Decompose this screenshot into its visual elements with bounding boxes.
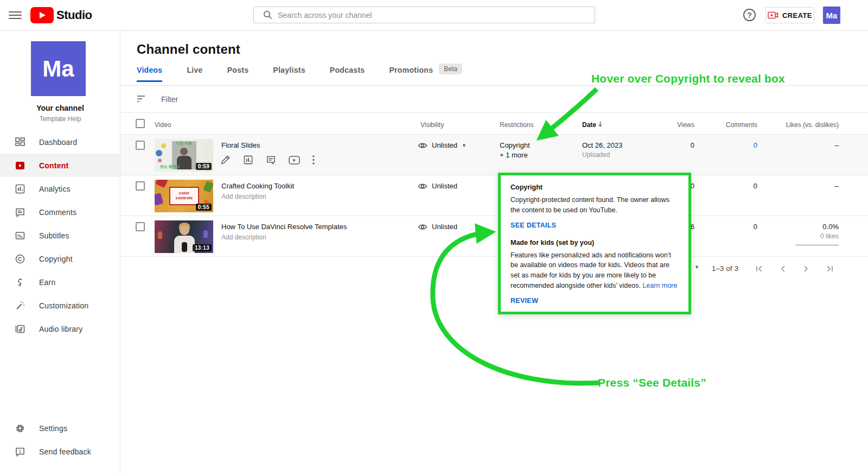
more-options-icon[interactable]: [312, 155, 315, 165]
col-date-sort[interactable]: Date: [582, 121, 603, 129]
sidebar-item-copyright[interactable]: Copyright: [0, 247, 120, 270]
filter-bar[interactable]: Filter: [120, 86, 868, 113]
unlisted-eye-icon: [418, 223, 427, 231]
learn-more-link[interactable]: Learn more: [642, 282, 677, 289]
last-page-button[interactable]: [823, 262, 836, 275]
tab-playlists[interactable]: Playlists: [273, 66, 305, 82]
row-checkbox[interactable]: [136, 181, 145, 191]
table-row[interactable]: color controls 0:55 Crafted Cooking Tool…: [120, 175, 868, 216]
sidebar-item-dashboard[interactable]: Dashboard: [0, 130, 120, 154]
search-input[interactable]: [278, 11, 595, 20]
customization-icon: [14, 300, 26, 312]
sidebar-item-earn[interactable]: Earn: [0, 270, 120, 294]
popup-kids-body: Features like personalized ads and notif…: [510, 250, 679, 291]
filter-label: Filter: [161, 95, 178, 104]
analytics-icon[interactable]: [243, 155, 253, 165]
visibility-dropdown-icon[interactable]: ▼: [462, 143, 467, 148]
video-thumbnail[interactable]: 13:13: [155, 220, 213, 253]
sidebar-item-subtitles[interactable]: Subtitles: [0, 224, 120, 247]
sidebar-nav: Dashboard Content Analytics Comments Sub…: [0, 130, 120, 340]
edit-icon[interactable]: [220, 155, 231, 165]
sidebar-item-send-feedback[interactable]: Send feedback: [0, 440, 120, 463]
table-row[interactable]: 13:13 How To Use DaVinci Resolve Templat…: [120, 216, 868, 257]
video-title[interactable]: Floral Slides: [221, 141, 260, 149]
likes-ratio-bar: [795, 244, 839, 246]
duration-badge: 13:13: [193, 244, 212, 251]
row-checkbox[interactable]: [136, 222, 145, 231]
date-value: Oct 26, 2023: [582, 141, 622, 149]
row-checkbox[interactable]: [136, 141, 145, 150]
restrictions-more[interactable]: + 1 more: [500, 151, 528, 159]
prev-page-button[interactable]: [776, 262, 789, 275]
likes-count: 0 likes: [763, 232, 839, 240]
sidebar-item-analytics[interactable]: Analytics: [0, 177, 120, 200]
create-button[interactable]: CREATE: [765, 7, 814, 23]
content-tabs: Videos Live Posts Playlists Podcasts Pro…: [137, 66, 462, 86]
comments-icon: [14, 206, 26, 218]
next-page-button[interactable]: [800, 262, 813, 275]
visibility-cell[interactable]: Unlisted ▼: [418, 141, 467, 149]
sidebar-item-comments[interactable]: Comments: [0, 200, 120, 224]
earn-icon: [14, 276, 26, 288]
comments-value[interactable]: 0: [703, 141, 757, 149]
views-value: 0: [640, 141, 694, 149]
sidebar-item-settings[interactable]: Settings: [0, 416, 120, 440]
visibility-cell[interactable]: Unlisted: [418, 223, 457, 231]
sidebar-item-content[interactable]: Content: [0, 154, 120, 177]
brand-name: Studio: [56, 8, 92, 22]
account-avatar[interactable]: Ma: [823, 7, 840, 24]
tab-live[interactable]: Live: [187, 66, 202, 82]
see-details-link[interactable]: SEE DETAILS: [510, 222, 556, 229]
video-description[interactable]: Add description: [221, 233, 266, 241]
review-link[interactable]: REVIEW: [510, 297, 538, 305]
help-icon[interactable]: ?: [743, 9, 756, 21]
youtube-play-icon: [30, 7, 54, 23]
comments-icon[interactable]: [266, 155, 276, 165]
duration-badge: 0:59: [196, 163, 212, 170]
popup-kids-title: Made for kids (set by you): [510, 239, 679, 247]
table-footer: ▼ 1–3 of 3: [120, 257, 868, 281]
select-all-checkbox[interactable]: [136, 119, 145, 128]
col-views: Views: [640, 121, 694, 129]
visibility-cell[interactable]: Unlisted: [418, 182, 457, 190]
sort-desc-icon: [598, 121, 603, 127]
tab-posts[interactable]: Posts: [227, 66, 249, 82]
settings-icon: [14, 422, 26, 434]
tab-podcasts[interactable]: Podcasts: [330, 66, 365, 82]
channel-avatar[interactable]: Ma: [31, 41, 86, 96]
col-video: Video: [155, 121, 171, 129]
video-title[interactable]: Crafted Cooking Toolkit: [221, 182, 294, 190]
tab-promotions[interactable]: Promotions: [389, 66, 433, 82]
tab-videos[interactable]: Videos: [137, 66, 162, 82]
table-header: Video Visibility Restrictions Date Views…: [120, 113, 868, 135]
restrictions-hover-card: Copyright Copyright-protected content fo…: [498, 173, 691, 314]
first-page-button[interactable]: [753, 262, 766, 275]
channel-name: Template Help: [0, 115, 120, 123]
popup-copyright-title: Copyright: [510, 184, 679, 191]
youtube-watch-icon[interactable]: [289, 156, 300, 165]
video-thumbnail[interactable]: 사진 사용 또는 동영상 0:59: [155, 139, 213, 172]
sidebar-item-customization[interactable]: Customization: [0, 294, 120, 317]
video-thumbnail[interactable]: color controls 0:55: [155, 180, 213, 212]
col-visibility: Visibility: [420, 121, 444, 129]
sidebar-item-audio-library[interactable]: Audio library: [0, 317, 120, 340]
youtube-studio-logo[interactable]: Studio: [30, 7, 92, 23]
unlisted-eye-icon: [418, 142, 427, 149]
beta-badge: Beta: [439, 64, 462, 74]
video-title[interactable]: How To Use DaVinci Resolve Templates: [221, 223, 347, 231]
table-row[interactable]: 사진 사용 또는 동영상 0:59 Floral Slides Unlisted…: [120, 135, 868, 175]
filter-icon: [137, 95, 145, 103]
duration-badge: 0:55: [196, 204, 212, 211]
video-description[interactable]: Add description: [221, 193, 266, 200]
rows-per-page-dropdown-icon[interactable]: ▼: [694, 264, 699, 270]
comments-value: 0: [703, 182, 757, 190]
col-restrictions: Restrictions: [500, 121, 534, 129]
analytics-icon: [14, 183, 26, 195]
feedback-icon: [14, 446, 26, 458]
likes-value: –: [763, 141, 839, 149]
search-bar[interactable]: [253, 7, 595, 23]
page-title: Channel content: [137, 42, 240, 57]
menu-icon[interactable]: [9, 9, 22, 21]
restrictions-value[interactable]: Copyright: [500, 141, 530, 149]
unlisted-eye-icon: [418, 182, 427, 190]
